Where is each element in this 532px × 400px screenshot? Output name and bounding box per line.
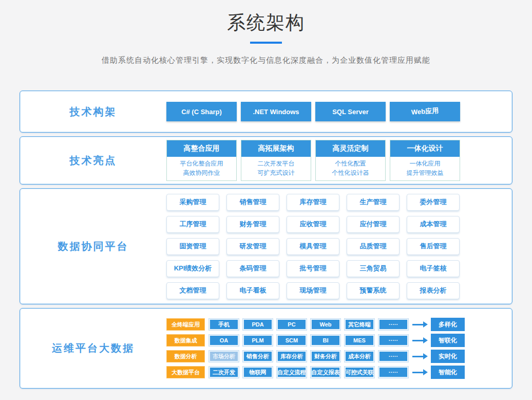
module-button[interactable]: 财务管理 [226, 216, 279, 233]
ops-row: 数据分析市场分析销售分析库存分析财务分析成本分析·····实时化 [166, 350, 512, 363]
module-button-label: 固资管理 [180, 242, 206, 251]
highlight-card-body: 平台化整合应用高效协同作业 [167, 157, 236, 180]
module-button[interactable]: 库存管理 [287, 194, 339, 211]
ops-item-button[interactable]: Web [311, 319, 340, 330]
module-button[interactable]: 条码管理 [226, 260, 279, 277]
module-button-label: 财务管理 [240, 220, 267, 229]
ops-item-button[interactable]: 自定义流程 [277, 367, 307, 378]
tech-button[interactable]: C# (C Sharp) [166, 102, 237, 121]
ops-item-button[interactable]: 库存分析 [277, 351, 307, 362]
highlight-cards-row: 高整合应用平台化整合应用高效协同作业高拓展架构二次开发平台可扩充式设计高灵活定制… [166, 140, 512, 181]
module-button[interactable]: 应收管理 [287, 216, 339, 233]
module-button[interactable]: 批号管理 [287, 260, 339, 277]
ops-item-button[interactable]: 其它终端 [345, 319, 374, 330]
ops-item-button[interactable]: ····· [378, 351, 408, 362]
ops-row: 全终端应用手机PDAPCWeb其它终端·····多样化 [166, 318, 512, 331]
ops-item-button[interactable]: ····· [378, 367, 408, 378]
tech-button[interactable]: SQL Server [315, 102, 386, 121]
module-button-label: 应付管理 [360, 220, 387, 229]
ops-category-label: 数据分析 [166, 350, 205, 362]
module-button[interactable]: 文档管理 [166, 282, 219, 299]
module-button[interactable]: 采购管理 [166, 194, 219, 211]
module-button-label: 三角贸易 [360, 264, 387, 273]
module-button[interactable]: 三角贸易 [347, 260, 400, 277]
highlight-card-body: 个性化配置个性化设计器 [316, 157, 385, 180]
arrow-head [423, 353, 428, 359]
ops-result-button[interactable]: 实时化 [431, 350, 465, 363]
arrow-shaft [412, 340, 423, 341]
module-button[interactable]: 模具管理 [287, 238, 339, 255]
ops-item-button[interactable]: PLM [243, 335, 273, 346]
module-button-label: 报表分析 [420, 286, 447, 295]
ops-item-button[interactable]: 销售分析 [243, 351, 273, 362]
ops-row: 数据集成OAPLMSCMBIMES·····智联化 [166, 334, 512, 347]
highlight-card: 高灵活定制个性化配置个性化设计器 [315, 140, 386, 181]
ops-item-button[interactable]: 手机 [209, 319, 239, 330]
module-button[interactable]: 工序管理 [166, 216, 219, 233]
tech-buttons-row: C# (C Sharp).NET WindowsSQL ServerWeb应用 [166, 102, 512, 121]
arrow-head [423, 321, 428, 328]
ops-item-button[interactable]: 市场分析 [209, 351, 239, 362]
ops-item-button[interactable]: 物联网 [243, 367, 273, 378]
module-button[interactable]: KPI绩效分析 [166, 260, 219, 277]
ops-item-button[interactable]: OA [209, 335, 239, 346]
ops-result-button[interactable]: 智联化 [431, 334, 465, 347]
module-button[interactable]: 预警系统 [347, 282, 400, 299]
ops-item-button[interactable]: SCM [277, 335, 307, 346]
section-ops-platform-label: 运维平台大数据 [20, 341, 166, 355]
section-tech-highlights: 技术亮点 高整合应用平台化整合应用高效协同作业高拓展架构二次开发平台可扩充式设计… [20, 136, 512, 185]
highlight-card-line: 高效协同作业 [167, 168, 236, 177]
module-button[interactable]: 销售管理 [226, 194, 279, 211]
arrow-shaft [412, 324, 423, 325]
module-button[interactable]: 研发管理 [226, 238, 279, 255]
module-button[interactable]: 生产管理 [347, 194, 400, 211]
ops-item-button[interactable]: PDA [243, 319, 273, 330]
section-data-platform: 数据协同平台 采购管理销售管理库存管理生产管理委外管理工序管理财务管理应收管理应… [20, 188, 512, 304]
module-button-label: 文档管理 [180, 286, 206, 295]
page-subtitle: 借助系统自动化核心管理引擎，实现数字化与信息化深度融合，为企业数值化管理应用赋能 [0, 56, 532, 65]
module-button[interactable]: 电子签核 [407, 260, 460, 277]
module-button[interactable]: 固资管理 [166, 238, 219, 255]
ops-item-button[interactable]: 二次开发 [209, 367, 239, 378]
ops-item-button[interactable]: 成本分析 [345, 351, 374, 362]
arrow-right-icon [412, 369, 429, 375]
ops-item-button[interactable]: 可控式关联 [345, 367, 374, 378]
module-button-label: 品质管理 [360, 242, 387, 251]
highlight-card: 高整合应用平台化整合应用高效协同作业 [166, 140, 237, 181]
arrow-right-icon [412, 353, 429, 359]
module-button[interactable]: 报表分析 [407, 282, 460, 299]
module-grid: 采购管理销售管理库存管理生产管理委外管理工序管理财务管理应收管理应付管理成本管理… [166, 194, 512, 299]
tech-button-label: C# (C Sharp) [181, 108, 222, 116]
module-button[interactable]: 应付管理 [347, 216, 400, 233]
module-button[interactable]: 电子看板 [226, 282, 279, 299]
ops-rows: 全终端应用手机PDAPCWeb其它终端·····多样化数据集成OAPLMSCMB… [166, 318, 512, 379]
module-button[interactable]: 委外管理 [407, 194, 460, 211]
section-tech-framework-label: 技术构架 [20, 105, 166, 119]
ops-item-button[interactable]: PC [277, 319, 307, 330]
tech-button-label: .NET Windows [253, 108, 299, 116]
ops-result-button[interactable]: 多样化 [431, 318, 465, 331]
module-button[interactable]: 品质管理 [347, 238, 400, 255]
highlight-card-line: 提升管理效益 [390, 168, 460, 177]
tech-button[interactable]: .NET Windows [241, 102, 311, 121]
ops-item-button[interactable]: 财务分析 [311, 351, 340, 362]
ops-item-button[interactable]: ····· [378, 335, 408, 346]
module-button-label: 生产管理 [360, 197, 387, 207]
module-button-label: 委外管理 [420, 197, 447, 207]
module-button-label: KPI绩效分析 [174, 264, 212, 273]
arrow-shaft [412, 356, 423, 357]
tech-button[interactable]: Web应用 [390, 102, 460, 121]
module-button[interactable]: 成本管理 [407, 216, 460, 233]
module-button[interactable]: 售后管理 [407, 238, 460, 255]
module-button-label: 成本管理 [420, 220, 447, 229]
ops-item-button[interactable]: MES [345, 335, 374, 346]
ops-item-button[interactable]: BI [311, 335, 340, 346]
module-button-label: 批号管理 [300, 264, 327, 273]
ops-result-button[interactable]: 智能化 [431, 366, 465, 379]
ops-item-button[interactable]: ····· [378, 319, 408, 330]
ops-item-button[interactable]: 自定义报表 [311, 367, 340, 378]
highlight-card-title: 高灵活定制 [316, 140, 385, 157]
module-button-label: 电子看板 [240, 286, 267, 295]
highlight-card-line: 可扩充式设计 [241, 168, 311, 177]
module-button[interactable]: 现场管理 [287, 282, 339, 299]
